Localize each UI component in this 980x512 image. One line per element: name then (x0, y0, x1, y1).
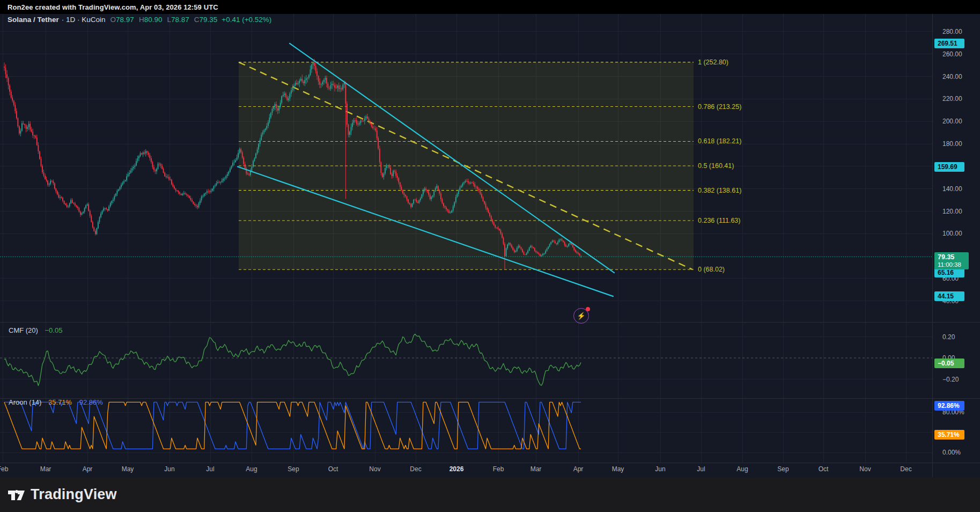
cmf-value: −0.05 (45, 326, 63, 334)
high-label: H (139, 16, 144, 24)
tradingview-logo-icon[interactable] (7, 488, 25, 502)
watermark-text: Ron2ee created with TradingView.com, Apr… (8, 3, 218, 11)
flash-button[interactable]: ⚡ (573, 308, 589, 324)
notification-dot-icon (586, 307, 590, 311)
watermark-bar: Ron2ee created with TradingView.com, Apr… (0, 0, 980, 14)
aroon-down-line (4, 402, 581, 449)
aroon-down-value: 92.86% (79, 398, 103, 406)
brand-name[interactable]: TradingView (31, 486, 117, 503)
lightning-icon: ⚡ (577, 312, 585, 319)
high-value: 80.90 (144, 16, 163, 24)
close-value: 79.35 (199, 16, 217, 24)
low-value: 78.87 (171, 16, 189, 24)
cmf-line (4, 334, 581, 386)
chart-canvas[interactable] (0, 0, 980, 512)
open-label: O (110, 16, 116, 24)
cmf-title[interactable]: CMF (20) (9, 326, 38, 334)
aroon-legend: Aroon (14) 35.71% 92.86% (9, 398, 103, 406)
aroon-up-value: 35.71% (48, 398, 72, 406)
symbol-meta[interactable]: · 1D · KuCoin (62, 16, 106, 24)
cmf-legend: CMF (20) −0.05 (9, 326, 62, 334)
last-price-badge: 79.35 11:00:38 (934, 252, 969, 269)
low-label: L (167, 16, 171, 24)
change-value: +0.41 (+0.52%) (222, 16, 271, 24)
bar-countdown: 11:00:38 (938, 261, 966, 269)
close-label: C (194, 16, 200, 24)
tradingview-chart-page: Ron2ee created with TradingView.com, Apr… (0, 0, 980, 512)
last-price: 79.35 (938, 253, 966, 261)
symbol-name[interactable]: Solana / Tether (8, 16, 59, 24)
aroon-title[interactable]: Aroon (14) (9, 398, 41, 406)
open-value: 78.97 (116, 16, 134, 24)
fib-retracement-drawing[interactable] (239, 62, 694, 269)
symbol-header: Solana / Tether · 1D · KuCoin O 78.97 H … (8, 16, 271, 24)
footer-bar: TradingView (0, 477, 980, 512)
